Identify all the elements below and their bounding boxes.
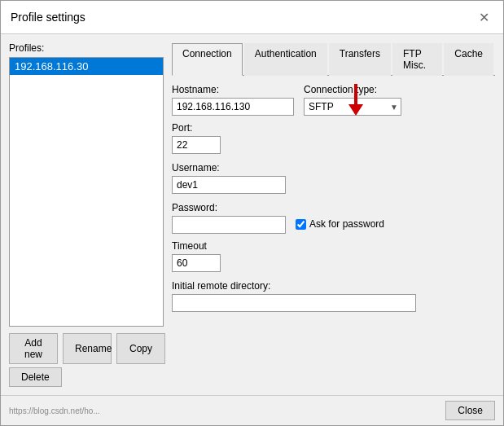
port-group: Port:: [172, 122, 495, 154]
close-button[interactable]: Close: [445, 401, 495, 420]
password-group: Password:: [172, 202, 286, 234]
username-input[interactable]: [172, 176, 286, 194]
remote-dir-input[interactable]: [172, 294, 416, 312]
right-panel: Connection Authentication Transfers FTP …: [172, 42, 495, 387]
arrow-visual: [348, 84, 363, 116]
left-buttons: Add new Rename Copy Delete: [9, 333, 164, 387]
arrow-head: [348, 104, 363, 116]
hostname-group: Hostname:: [172, 84, 294, 116]
add-new-button[interactable]: Add new: [9, 333, 58, 364]
password-row: Password: Ask for password: [172, 202, 495, 234]
username-label: Username:: [172, 162, 495, 173]
left-buttons-row-2: Delete: [9, 367, 164, 387]
remote-dir-label: Initial remote directory:: [172, 280, 495, 292]
tab-connection[interactable]: Connection: [172, 43, 243, 76]
hostname-input[interactable]: [172, 98, 294, 116]
rename-button[interactable]: Rename: [63, 333, 112, 364]
copy-button[interactable]: Copy: [116, 333, 165, 364]
timeout-group: Timeout: [172, 240, 495, 272]
left-buttons-row-1: Add new Rename Copy: [9, 333, 164, 364]
arrow-shaft: [354, 84, 357, 104]
title-bar: Profile settings ✕: [1, 1, 503, 34]
ask-password-group: Ask for password: [296, 202, 384, 230]
left-panel: Profiles: 192.168.116.30 Add new Rename …: [9, 42, 164, 387]
tab-cache[interactable]: Cache: [444, 43, 493, 76]
tab-ftp-misc[interactable]: FTP Misc.: [392, 43, 442, 76]
conn-type-group: Connection type: SFTP FTP FTPS SCP ▼: [304, 84, 401, 116]
port-input[interactable]: [172, 136, 221, 154]
ask-password-label[interactable]: Ask for password: [296, 218, 384, 230]
password-label: Password:: [172, 202, 286, 213]
password-input[interactable]: [172, 216, 286, 234]
delete-button[interactable]: Delete: [9, 367, 62, 387]
profiles-list[interactable]: 192.168.116.30: [9, 57, 164, 327]
profile-settings-dialog: Profile settings ✕ Profiles: 192.168.116…: [0, 0, 504, 426]
profile-item[interactable]: 192.168.116.30: [10, 58, 163, 75]
connection-tab-content: Hostname: Connection type: SFTP FTP FTPS…: [172, 84, 495, 387]
title-close-button[interactable]: ✕: [474, 7, 493, 27]
tab-transfers[interactable]: Transfers: [329, 43, 391, 76]
username-group: Username:: [172, 162, 495, 194]
timeout-label: Timeout: [172, 240, 495, 252]
remote-dir-group: Initial remote directory:: [172, 280, 495, 312]
hostname-label: Hostname:: [172, 84, 294, 95]
dialog-title: Profile settings: [11, 11, 85, 24]
dialog-footer: https://blog.csdn.net/ho... Close: [1, 395, 503, 425]
profiles-label: Profiles:: [9, 42, 164, 54]
timeout-input[interactable]: [172, 254, 221, 272]
watermark: https://blog.csdn.net/ho...: [9, 406, 100, 415]
ask-password-checkbox[interactable]: [296, 219, 306, 230]
port-label: Port:: [172, 122, 495, 134]
dialog-body: Profiles: 192.168.116.30 Add new Rename …: [1, 34, 503, 395]
tab-authentication[interactable]: Authentication: [244, 43, 327, 76]
hostname-conntype-row: Hostname: Connection type: SFTP FTP FTPS…: [172, 84, 495, 116]
ask-password-text: Ask for password: [309, 218, 384, 230]
tabs-bar: Connection Authentication Transfers FTP …: [172, 42, 495, 76]
